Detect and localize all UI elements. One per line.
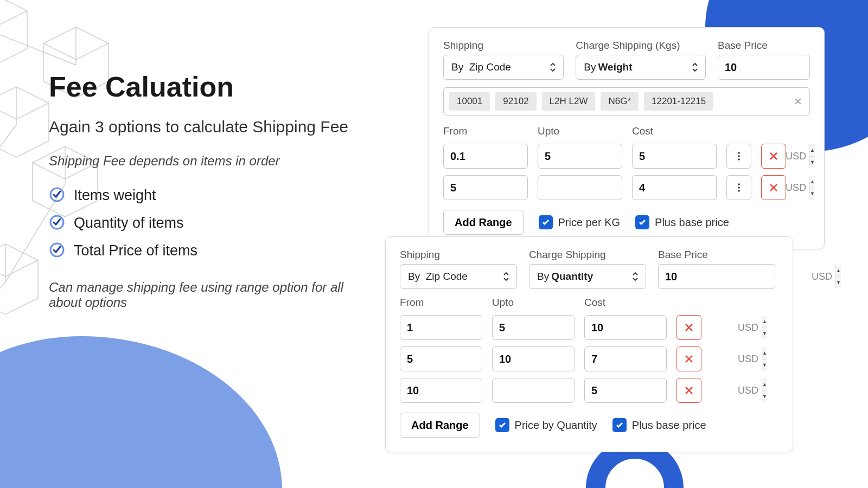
cost-input[interactable]: USD▲▼ xyxy=(632,175,717,200)
svg-line-1 xyxy=(0,125,16,206)
clear-chips-icon[interactable]: × xyxy=(794,94,802,109)
charge-label: Charge Shipping xyxy=(529,249,646,261)
spinner-down-icon[interactable]: ▼ xyxy=(762,391,767,403)
outro-text: Can manage shipping fee using range opti… xyxy=(49,280,353,310)
charge-select[interactable]: ByQuantity xyxy=(529,264,646,289)
svg-line-3 xyxy=(0,282,5,352)
spinner-up-icon[interactable]: ▲ xyxy=(762,316,767,328)
cost-input[interactable]: USD▲▼ xyxy=(632,144,717,169)
info-panel: Fee Caluation Again 3 options to calcula… xyxy=(49,70,353,323)
checkbox-label: Plus base price xyxy=(632,419,706,432)
from-label: From xyxy=(443,125,528,137)
select-value: Zip Code xyxy=(469,61,511,73)
chip[interactable]: 92102 xyxy=(495,92,536,111)
base-price-label: Base Price xyxy=(658,249,775,261)
cost-value[interactable] xyxy=(585,316,738,339)
upto-input[interactable]: Kgs▲▼ xyxy=(538,175,622,200)
base-price-value[interactable] xyxy=(718,55,868,79)
base-price-value[interactable] xyxy=(659,265,812,288)
base-price-input[interactable]: USD ▲▼ xyxy=(718,55,810,80)
upto-input[interactable]: Kgs▲▼ xyxy=(538,144,622,169)
chip[interactable]: L2H L2W xyxy=(542,92,596,111)
charge-select[interactable]: ByWeight xyxy=(576,55,706,80)
select-value: Quantity xyxy=(551,271,593,282)
checkbox-checked-icon xyxy=(539,215,553,229)
cost-value[interactable] xyxy=(585,347,738,371)
from-input[interactable]: Kgs▲▼ xyxy=(443,175,528,200)
range-row: ▲▼ ▲▼ USD▲▼ xyxy=(400,378,778,403)
range-row: Kgs▲▼ Kgs▲▼ USD▲▼ xyxy=(443,144,810,169)
updown-icon xyxy=(502,271,510,282)
feature-label: Items weight xyxy=(74,187,156,203)
from-input[interactable]: ▲▼ xyxy=(400,378,482,403)
spinner-down-icon[interactable]: ▼ xyxy=(810,188,815,200)
shipping-select[interactable]: By Zip Code xyxy=(400,264,517,289)
currency-unit: USD xyxy=(738,385,762,396)
select-prefix: By xyxy=(408,271,420,282)
checkbox-checked-icon xyxy=(612,418,627,432)
chip[interactable]: 12201-12215 xyxy=(644,92,713,111)
spinner-down-icon[interactable]: ▼ xyxy=(836,277,841,289)
checkbox-label: Price by Quantity xyxy=(515,419,597,432)
spinner-down-icon[interactable]: ▼ xyxy=(810,157,815,169)
cost-input[interactable]: USD▲▼ xyxy=(584,346,667,371)
spinner-up-icon[interactable]: ▲ xyxy=(810,144,815,157)
spinner-up-icon[interactable]: ▲ xyxy=(762,347,767,359)
upto-input[interactable]: ▲▼ xyxy=(492,315,575,340)
intro-text: Shipping Fee depends on items in order xyxy=(49,153,353,169)
spinner-up-icon[interactable]: ▲ xyxy=(836,265,841,277)
spinner[interactable]: ▲▼ xyxy=(809,176,815,200)
updown-icon xyxy=(549,62,557,73)
cost-value[interactable] xyxy=(633,144,786,168)
chip[interactable]: N6G* xyxy=(601,92,639,111)
upto-input[interactable]: ▲▼ xyxy=(492,346,575,371)
base-price-label: Base Price xyxy=(718,40,810,52)
price-per-kg-checkbox[interactable]: Price per KG xyxy=(539,215,620,229)
range-grid: From Upto Cost ▲▼ ▲▼ USD▲▼ ▲▼ ▲▼ USD▲▼ ▲… xyxy=(400,297,778,403)
select-prefix: By xyxy=(451,61,463,73)
plus-base-price-checkbox[interactable]: Plus base price xyxy=(612,418,706,432)
add-range-button[interactable]: Add Range xyxy=(400,413,480,438)
feature-item: Quantity of items xyxy=(49,209,353,237)
spinner[interactable]: ▲▼ xyxy=(835,265,841,288)
upto-input[interactable]: ▲▼ xyxy=(492,378,575,403)
shipping-label: Shipping xyxy=(443,40,564,52)
from-input[interactable]: Kgs▲▼ xyxy=(443,144,528,169)
shipping-select[interactable]: By Zip Code xyxy=(443,55,564,80)
feature-label: Total Price of items xyxy=(74,242,197,259)
checkbox-label: Plus base price xyxy=(655,216,729,229)
spinner[interactable]: ▲▼ xyxy=(762,378,767,402)
from-input[interactable]: ▲▼ xyxy=(400,315,482,340)
cost-value[interactable] xyxy=(633,176,786,200)
range-row: Kgs▲▼ Kgs▲▼ USD▲▼ xyxy=(443,175,810,200)
spinner[interactable]: ▲▼ xyxy=(762,347,767,371)
page-title: Fee Caluation xyxy=(49,70,353,103)
spinner-down-icon[interactable]: ▼ xyxy=(762,359,767,371)
from-input[interactable]: ▲▼ xyxy=(400,346,482,371)
spinner[interactable]: ▲▼ xyxy=(762,316,767,339)
shipping-by-quantity-card: Shipping By Zip Code Charge Shipping ByQ… xyxy=(385,236,793,452)
base-price-input[interactable]: USD ▲▼ xyxy=(658,264,775,289)
spinner-down-icon[interactable]: ▼ xyxy=(762,328,767,340)
cost-input[interactable]: USD▲▼ xyxy=(584,378,667,403)
currency-unit: USD xyxy=(812,271,835,282)
select-value: Weight xyxy=(598,61,632,73)
feature-item: Items weight xyxy=(49,182,353,209)
spinner[interactable]: ▲▼ xyxy=(809,144,815,168)
spinner-up-icon[interactable]: ▲ xyxy=(762,378,767,391)
spinner-up-icon[interactable]: ▲ xyxy=(810,176,815,188)
cost-value[interactable] xyxy=(585,378,738,402)
add-range-button[interactable]: Add Range xyxy=(443,210,524,235)
currency-unit: USD xyxy=(738,322,762,333)
cost-input[interactable]: USD▲▼ xyxy=(584,315,667,340)
select-prefix: By xyxy=(584,61,596,73)
price-by-quantity-checkbox[interactable]: Price by Quantity xyxy=(495,418,597,432)
zip-code-chips[interactable]: 10001 92102 L2H L2W N6G* 12201-12215 × xyxy=(443,87,810,115)
plus-base-price-checkbox[interactable]: Plus base price xyxy=(635,215,729,229)
currency-unit: USD xyxy=(786,182,809,194)
updown-icon xyxy=(631,271,639,282)
cost-label: Cost xyxy=(584,297,667,309)
svg-line-0 xyxy=(0,33,76,65)
chip[interactable]: 10001 xyxy=(449,92,490,111)
updown-icon xyxy=(691,62,699,73)
